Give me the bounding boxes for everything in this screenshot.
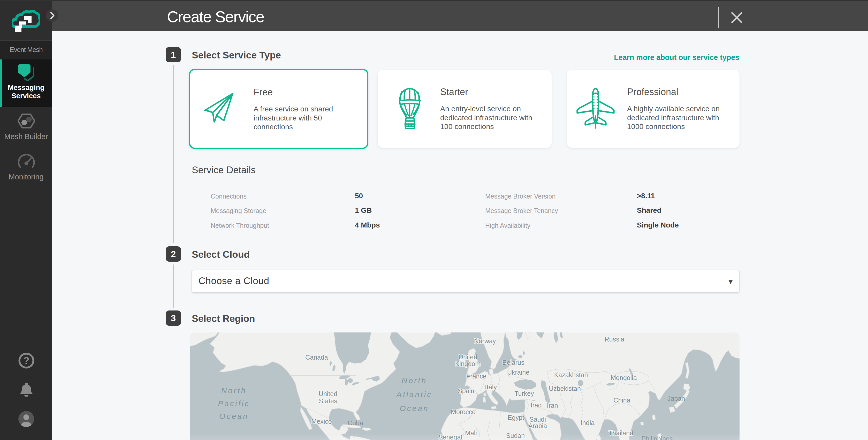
svg-text:Canada: Canada bbox=[305, 354, 328, 361]
svg-text:United: United bbox=[459, 353, 477, 360]
svg-text:Uzbekistan: Uzbekistan bbox=[549, 385, 581, 392]
svg-text:Kingdom: Kingdom bbox=[455, 360, 481, 367]
svg-text:Atlantic: Atlantic bbox=[396, 390, 432, 399]
svg-text:Japan: Japan bbox=[668, 395, 685, 402]
svg-text:Italy: Italy bbox=[485, 383, 497, 390]
svg-text:Norway: Norway bbox=[474, 337, 496, 345]
svg-text:Spain: Spain bbox=[458, 387, 474, 395]
svg-text:France: France bbox=[466, 373, 487, 380]
svg-text:Arabia: Arabia bbox=[528, 422, 547, 430]
svg-text:Kazakhstan: Kazakhstan bbox=[554, 371, 588, 378]
svg-text:Ocean: Ocean bbox=[219, 412, 248, 420]
svg-text:Ocean: Ocean bbox=[400, 404, 429, 413]
svg-text:Cuba: Cuba bbox=[348, 419, 363, 427]
svg-text:Iran: Iran bbox=[547, 402, 558, 409]
svg-text:Ukraine: Ukraine bbox=[507, 369, 529, 376]
svg-text:India: India bbox=[581, 419, 594, 426]
svg-text:Mexico: Mexico bbox=[311, 418, 332, 425]
svg-text:North: North bbox=[221, 386, 247, 395]
svg-text:Russia: Russia bbox=[604, 336, 624, 343]
svg-text:Belarus: Belarus bbox=[502, 359, 524, 366]
svg-text:North: North bbox=[402, 376, 427, 385]
svg-text:Pacific: Pacific bbox=[218, 399, 250, 408]
svg-text:Iraq: Iraq bbox=[530, 402, 541, 409]
svg-text:Saudi: Saudi bbox=[529, 416, 546, 423]
svg-text:Turkey: Turkey bbox=[515, 390, 534, 397]
svg-text:Egypt: Egypt bbox=[508, 414, 524, 421]
svg-text:States: States bbox=[319, 397, 337, 405]
svg-text:China: China bbox=[613, 397, 630, 404]
svg-text:Mongolia: Mongolia bbox=[611, 374, 637, 381]
svg-text:Morocco: Morocco bbox=[451, 408, 476, 415]
svg-text:?: ? bbox=[23, 355, 29, 366]
svg-text:United: United bbox=[319, 390, 337, 397]
